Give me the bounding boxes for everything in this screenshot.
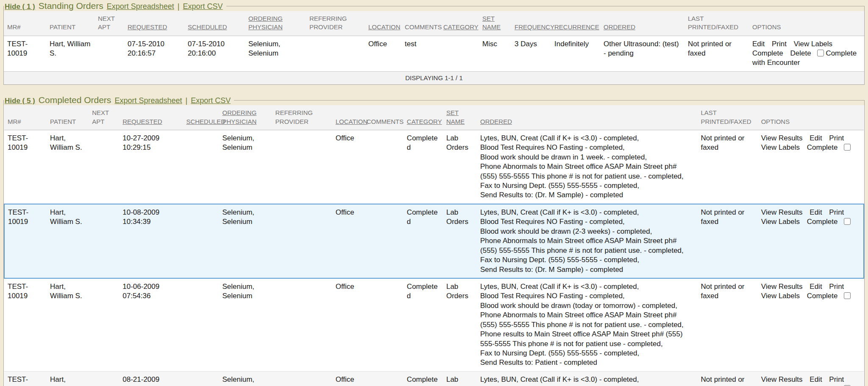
col-header-location[interactable]: LOCATION [332,105,363,130]
cell-comments [363,204,403,278]
standing-hide-link[interactable]: Hide ( 1 ) [5,3,35,11]
cell-next-apt [89,371,119,386]
col-header-scheduled[interactable]: SCHEDULED [183,105,219,130]
cell-ordering-physician: Selenium, Selenium [219,204,272,278]
delete-link[interactable]: Delete [790,49,811,57]
col-header-recurrence[interactable]: RECURRENCE [551,11,600,36]
print-link[interactable]: Print [829,375,844,383]
standing-export-spreadsheet-link[interactable]: Export Spreadsheet [107,2,174,11]
col-header-mr: MR# [4,105,47,130]
cell-patient: Hart, William S. [47,278,89,371]
completed-order-checkbox[interactable] [844,218,851,225]
edit-link[interactable]: Edit [810,375,822,383]
col-header-set-name[interactable]: SET NAME [443,105,477,130]
print-link[interactable]: Print [829,283,844,291]
print-link[interactable]: Print [772,40,787,48]
complete-link[interactable]: Complete [807,143,838,151]
cell-referring-provider [272,371,332,386]
cell-set-name: Misc [479,36,511,71]
completed-order-row: TEST-10019 Hart, William S. 10-27-2009 1… [4,130,864,204]
cell-set-name: Lab Orders [443,130,477,204]
completed-export-spreadsheet-link[interactable]: Export Spreadsheet [114,96,182,105]
view-results-link[interactable]: View Results [761,283,803,291]
cell-options: Edit Print View Labels Complete Delete C… [749,36,864,71]
view-labels-link[interactable]: View Labels [761,218,800,226]
cell-referring-provider [306,36,365,71]
col-header-category[interactable]: CATEGORY [403,105,443,130]
cell-last-printed: Not printed or faxed [684,36,749,71]
cell-ordered: Lytes, BUN, Creat (Call if K+ is <3.0) -… [477,130,698,204]
col-header-scheduled[interactable]: SCHEDULED [184,11,245,36]
cell-patient: Hart, William S. [47,371,89,386]
standing-header-row: MR# PATIENT NEXT APT REQUESTED SCHEDULED… [4,11,864,36]
ordered-item: Phone Abnormals to Main Street office AS… [480,236,694,255]
cell-ordered: Lytes, BUN, Creat (Call if K+ is <3.0) -… [477,204,698,278]
standing-order-checkbox[interactable] [817,50,824,56]
cell-referring-provider [272,204,332,278]
cell-requested: 10-06-2009 07:54:36 [119,278,183,371]
view-results-link[interactable]: View Results [761,208,803,216]
col-header-ordered[interactable]: ORDERED [600,11,684,36]
col-header-comments: COMMENTS [401,11,440,36]
requested-time: 10:29:15 [122,143,179,152]
col-header-patient: PATIENT [46,11,95,36]
view-results-link[interactable]: View Results [761,134,803,142]
standing-export-csv-link[interactable]: Export CSV [183,2,223,11]
col-header-next-apt: NEXT APT [95,11,124,36]
requested-time: 10:34:39 [122,217,179,227]
completed-export-csv-link[interactable]: Export CSV [191,96,231,105]
col-header-referring-provider: REFERRING PROVIDER [306,11,365,36]
cell-category: Completed [403,371,443,386]
view-labels-link[interactable]: View Labels [794,40,832,48]
complete-link[interactable]: Complete [752,49,783,57]
col-header-set-name[interactable]: SET NAME [479,11,511,36]
cell-scheduled [183,204,219,278]
completed-order-checkbox[interactable] [844,144,851,151]
cell-patient: Hart, William S. [46,36,95,71]
standing-order-row: TEST-10019 Hart, William S. 07-15-2010 2… [4,36,864,71]
col-header-category[interactable]: CATEGORY [440,11,479,36]
cell-patient: Hart, William S. [47,130,89,204]
col-header-requested[interactable]: REQUESTED [124,11,184,36]
col-header-ordering-physician[interactable]: ORDERING PHYSICIAN [219,105,272,130]
print-link[interactable]: Print [829,134,844,142]
scheduled-date: 07-15-2010 [188,39,242,49]
ordered-item: Fax to Nursing Dept. (555) 555-5555 - co… [480,181,694,190]
view-labels-link[interactable]: View Labels [761,292,800,300]
completed-header-row: MR# PATIENT NEXT APT REQUESTED SCHEDULED… [4,105,864,130]
cell-category [440,36,479,71]
complete-link[interactable]: Complete [807,292,838,300]
completed-order-checkbox[interactable] [844,292,851,299]
view-results-link[interactable]: View Results [761,375,803,383]
view-labels-link[interactable]: View Labels [761,143,800,151]
requested-date: 08-21-2009 [122,375,179,384]
ordered-item: Phone results to Main Street office ASAP… [480,330,694,349]
col-header-ordering-physician[interactable]: ORDERING PHYSICIAN [245,11,306,36]
col-header-comments: COMMENTS [363,105,403,130]
cell-next-apt [89,204,119,278]
edit-link[interactable]: Edit [810,208,822,216]
cell-set-name: Lab Orders [443,204,477,278]
col-header-patient: PATIENT [47,105,89,130]
col-header-frequency[interactable]: FREQUENCY [511,11,551,36]
cell-comments: test [401,36,440,71]
completed-hide-link[interactable]: Hide ( 5 ) [5,97,35,105]
col-header-ordered[interactable]: ORDERED [477,105,698,130]
cell-options: View Results Edit Print View Labels Comp… [758,130,864,204]
standing-orders-legend: Hide ( 1 ) Standing Orders Export Spread… [4,1,226,11]
col-header-requested[interactable]: REQUESTED [119,105,183,130]
cell-options: View Results Edit Print View Labels Comp… [758,278,864,371]
cell-options: View Results Edit Print View Labels Comp… [758,371,864,386]
print-link[interactable]: Print [829,208,844,216]
edit-link[interactable]: Edit [810,283,822,291]
standing-section-title: Standing Orders [39,1,103,11]
edit-link[interactable]: Edit [810,134,822,142]
complete-link[interactable]: Complete [807,218,838,226]
cell-ordering-physician: Selenium, Selenium [245,36,306,71]
col-header-location[interactable]: LOCATION [365,11,401,36]
ordered-item: Lytes, BUN, Creat (Call if K+ is <3.0) -… [480,208,694,217]
requested-date: 10-06-2009 [122,282,179,291]
edit-link[interactable]: Edit [752,40,765,48]
ordered-item: Blood work should be drawn (2-3 weeks) -… [480,227,694,236]
cell-last-printed: Not printed or faxed [698,204,758,278]
